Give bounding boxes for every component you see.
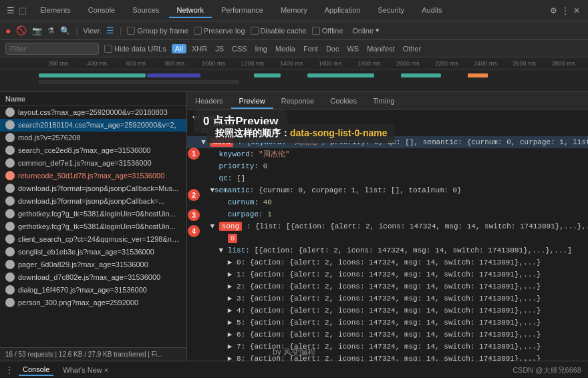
file-icon-search-cce bbox=[5, 146, 15, 155]
json-line-semantic[interactable]: ▼semantic: {curnum: 0, curpage: 1, list:… bbox=[187, 184, 588, 196]
group-by-frame-checkbox[interactable]: Group by frame bbox=[127, 27, 188, 35]
network-toolbar: ● 🚫 📷 ⚗ 🔍 | View: ☰ | Group by frame Pre… bbox=[0, 21, 588, 40]
disable-cache-checkbox[interactable]: Disable cache bbox=[251, 27, 307, 35]
camera-icon[interactable]: 📷 bbox=[32, 26, 42, 35]
file-icon-download-2 bbox=[5, 196, 15, 206]
file-item-mod-js[interactable]: mod.js?v=2576208 bbox=[0, 132, 186, 144]
filter-tab-js[interactable]: JS bbox=[212, 44, 227, 53]
tab-security[interactable]: Security bbox=[370, 3, 412, 18]
filter-tab-img[interactable]: Img bbox=[253, 44, 270, 53]
file-item-download-d7c[interactable]: download_d7c802e.js?max_age=31536000 bbox=[0, 271, 186, 284]
file-item-download-1[interactable]: download.js?format=jsonp&jsonpCallback=M… bbox=[0, 182, 186, 195]
record-icon[interactable]: ● bbox=[5, 25, 11, 36]
ruler-mark-1000: 1000 ms bbox=[194, 60, 233, 67]
view-list-icon[interactable]: ☰ bbox=[106, 25, 114, 35]
file-item-returncode[interactable]: returncode_50d1d78.js?max_age=31536000 bbox=[0, 170, 186, 182]
timeline-bar-5 bbox=[401, 73, 441, 77]
filter-tab-css[interactable]: CSS bbox=[229, 44, 250, 53]
filter-tab-xhr[interactable]: XHR bbox=[189, 44, 210, 53]
file-icon-css bbox=[5, 108, 15, 117]
file-item-dialog[interactable]: dialog_16f4670.js?max_age=31536000 bbox=[0, 284, 186, 297]
tab-audits[interactable]: Audits bbox=[414, 3, 450, 18]
json-line-list-6[interactable]: ▶ 6: {action: {alert: 2, icons: 147324, … bbox=[187, 329, 588, 341]
ruler-mark-2800: 2800 ms bbox=[544, 60, 583, 67]
tab-headers[interactable]: Headers bbox=[187, 94, 231, 109]
json-line-list-2[interactable]: ▶ 2: {action: {alert: 2, icons: 147324, … bbox=[187, 280, 588, 293]
json-line-list-7[interactable]: ▶ 7: {action: {alert: 2, icons: 147324, … bbox=[187, 341, 588, 353]
json-line-priority: priority: 0 bbox=[187, 160, 588, 172]
json-line-list-1[interactable]: ▶ 1: {action: {alert: 2, icons: 147324, … bbox=[187, 268, 588, 280]
filter-tab-manifest[interactable]: Manifest bbox=[364, 44, 398, 53]
filter-tab-font[interactable]: Font bbox=[301, 44, 321, 53]
json-line-list-3[interactable]: ▶ 3: {action: {alert: 2, icons: 147324, … bbox=[187, 293, 588, 305]
tab-memory[interactable]: Memory bbox=[273, 3, 315, 18]
cursor-icon[interactable]: ☰ bbox=[7, 5, 15, 15]
tab-cookies[interactable]: Cookies bbox=[322, 94, 365, 109]
json-line-qc: qc: [] bbox=[187, 172, 588, 184]
filter-tab-other[interactable]: Other bbox=[400, 44, 424, 53]
timeline-bars bbox=[0, 69, 588, 91]
json-line-data-expand[interactable]: ▼ data : {keyword: '周杰伦', priority: 0, q… bbox=[187, 136, 588, 148]
json-line-keyword: keyword: "周杰伦" bbox=[187, 148, 588, 160]
whats-new-tab[interactable]: What's New × bbox=[59, 365, 112, 375]
filter-icon[interactable]: ⚗ bbox=[47, 26, 55, 35]
more-options-icon[interactable]: ⋮ bbox=[5, 365, 13, 375]
filter-tab-all[interactable]: All bbox=[172, 44, 186, 53]
status-bar: 16 / 53 requests | 12.6 KB / 27.9 KB tra… bbox=[0, 347, 186, 361]
json-line-list-0[interactable]: ▶ 0: {action: {alert: 2, icons: 147324, … bbox=[187, 256, 588, 268]
more-icon[interactable]: ⋮ bbox=[561, 6, 569, 15]
close-icon[interactable]: ✕ bbox=[573, 6, 580, 15]
tab-sources[interactable]: Sources bbox=[124, 3, 167, 18]
file-icon-returncode bbox=[5, 171, 15, 180]
hide-data-urls-label: Hide data URLs bbox=[114, 45, 166, 53]
tab-timing[interactable]: Timing bbox=[365, 94, 403, 109]
tab-application[interactable]: Application bbox=[317, 3, 369, 18]
file-item-gethotkey-1[interactable]: gethotkey.fcg?g_tk=5381&loginUin=0&hostU… bbox=[0, 208, 186, 220]
inspect-icon[interactable]: ⬚ bbox=[19, 5, 27, 15]
preserve-log-checkbox[interactable]: Preserve log bbox=[194, 27, 245, 35]
filter-tab-doc[interactable]: Doc bbox=[323, 44, 342, 53]
json-line-list-4[interactable]: ▶ 4: {action: {alert: 2, icons: 147324, … bbox=[187, 305, 588, 317]
file-item-layout-css[interactable]: layout.css?max_age=25920000&v=20180803 bbox=[0, 106, 186, 119]
file-item-person-png[interactable]: person_300.png?max_age=2592000 bbox=[0, 297, 186, 309]
file-item-client-search[interactable]: client_search_cp?ct=24&qqmusic_ver=1298&… bbox=[0, 233, 186, 246]
json-line-list-expand[interactable]: ▼ list: [{action: {alert: 2, icons: 1473… bbox=[187, 244, 588, 256]
file-item-search-cce[interactable]: search_cce2ed8.js?max_age=31536000 bbox=[0, 144, 186, 157]
file-item-gethotkey-2[interactable]: gethotkey.fcg?g_tk=5381&loginUin=0&hostU… bbox=[0, 220, 186, 233]
json-line-0: ▼{code: 0,... bbox=[187, 112, 588, 124]
file-icon-gethotkey-2 bbox=[5, 222, 15, 231]
timeline-bar-1 bbox=[39, 73, 146, 77]
clear-icon[interactable]: 🚫 bbox=[16, 25, 27, 35]
json-line-song-0: 0 bbox=[187, 232, 588, 244]
tab-response[interactable]: Response bbox=[273, 94, 323, 109]
tab-performance[interactable]: Performance bbox=[213, 3, 271, 18]
dropdown-arrow: ▾ bbox=[376, 26, 380, 35]
json-preview[interactable]: ▼{code: 0,... code: 0 ▼ data : {keyword:… bbox=[187, 110, 588, 361]
online-dropdown[interactable]: Online ▾ bbox=[348, 25, 384, 36]
file-item-download-2[interactable]: download.js?format=jsonp&jsonpCallback=.… bbox=[0, 195, 186, 208]
tab-elements[interactable]: Elements bbox=[32, 3, 79, 18]
filter-tab-media[interactable]: Media bbox=[273, 44, 298, 53]
tab-preview[interactable]: Preview bbox=[231, 94, 273, 109]
json-line-list-8[interactable]: ▶ 8: {action: {alert: 2, icons: 147324, … bbox=[187, 353, 588, 361]
console-tab[interactable]: Console bbox=[19, 364, 53, 376]
filter-input[interactable] bbox=[5, 43, 99, 55]
tab-console[interactable]: Console bbox=[80, 3, 123, 18]
file-item-pager[interactable]: pager_6d0a829.js?max_age=31536000 bbox=[0, 258, 186, 271]
tab-network[interactable]: Network bbox=[169, 3, 212, 18]
file-item-common-def[interactable]: common_def7e1.js?max_age=31536000 bbox=[0, 157, 186, 170]
file-item-search-css[interactable]: search20180104.css?max_age=25920000&v=2, bbox=[0, 119, 186, 132]
offline-checkbox[interactable]: Offline bbox=[312, 27, 343, 35]
json-line-song-expand[interactable]: ▼ song : {list: [{action: {alert: 2, ico… bbox=[187, 220, 588, 232]
settings-icon[interactable]: ⚙ bbox=[550, 6, 557, 15]
view-label: View: bbox=[84, 27, 102, 35]
disable-cache-label: Disable cache bbox=[261, 27, 307, 35]
file-item-songlist[interactable]: songlist_eb1eb3e.js?max_age=31536000 bbox=[0, 246, 186, 258]
json-line-list-5[interactable]: ▶ 5: {action: {alert: 2, icons: 147324, … bbox=[187, 317, 588, 329]
group-by-frame-label: Group by frame bbox=[137, 27, 188, 35]
file-icon-download-d7c bbox=[5, 272, 15, 282]
hide-data-urls-checkbox[interactable]: Hide data URLs bbox=[104, 45, 166, 53]
filter-tab-ws[interactable]: WS bbox=[344, 44, 361, 53]
file-icon-dialog bbox=[5, 285, 15, 295]
search-icon[interactable]: 🔍 bbox=[60, 26, 70, 35]
